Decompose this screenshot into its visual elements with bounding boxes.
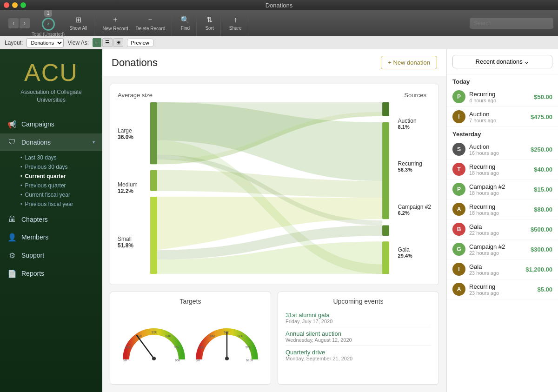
close-button[interactable] <box>4 2 9 8</box>
subnav-prev-quarter[interactable]: Previous quarter <box>20 181 102 190</box>
section-label-yesterday: Yesterday <box>447 127 558 140</box>
show-all-button[interactable]: ⊞ Show All <box>66 13 90 33</box>
view-as-label: View As: <box>67 40 89 46</box>
subnav-prev-30[interactable]: Previous 30 days <box>20 162 102 172</box>
event-name: Annual silent auction <box>286 330 431 337</box>
donation-item[interactable]: G Campaign #2 22 hours ago $300.00 <box>447 239 558 259</box>
donation-amount: $475.00 <box>531 113 552 120</box>
recent-donations-dropdown[interactable]: Recent donations ⌄ <box>452 55 552 68</box>
donation-type: Recurring <box>469 163 530 170</box>
donations-label: Donations <box>21 139 88 146</box>
donation-item[interactable]: A Recurring 23 hours ago $5.00 <box>447 279 558 299</box>
sidebar-item-members[interactable]: 👤 Members <box>0 228 102 246</box>
right-panel: Recent donations ⌄ Today P Recurring 4 h… <box>446 49 558 392</box>
show-all-icon: ⊞ <box>75 15 81 24</box>
donation-avatar: B <box>452 223 465 236</box>
right-panel-header: Recent donations ⌄ <box>447 49 558 74</box>
table-view-button[interactable]: ⊞ <box>113 38 123 47</box>
donation-item[interactable]: I Gala 23 hours ago $1,200.00 <box>447 259 558 279</box>
sankey-label-gala: Gala 29.4% <box>398 246 431 259</box>
donation-item[interactable]: P Recurring 4 hours ago $50.00 <box>447 87 558 107</box>
new-donation-button[interactable]: + New donation <box>381 56 437 69</box>
svg-text:$8k: $8k <box>238 334 243 338</box>
back-arrow[interactable]: ‹ <box>8 18 19 28</box>
content-body: Average size Sources Large 36.0% Medium … <box>102 76 446 392</box>
svg-text:$9k: $9k <box>246 345 251 349</box>
form-view-button[interactable]: ≡ <box>93 38 101 47</box>
section-label-today: Today <box>447 74 558 87</box>
campaigns-label: Campaigns <box>21 120 95 128</box>
donation-type: Campaign #2 <box>469 243 527 250</box>
donation-avatar: I <box>452 110 465 123</box>
delete-record-icon: － <box>146 15 154 25</box>
event-item[interactable]: Annual silent auction Wednesday, August … <box>286 327 431 346</box>
event-date: Wednesday, August 12, 2020 <box>286 337 431 343</box>
svg-rect-0 <box>150 102 157 164</box>
sort-button[interactable]: ⇅ Sort <box>202 13 216 33</box>
list-view-button[interactable]: ☰ <box>102 38 113 47</box>
sidebar-item-donations[interactable]: 🛡 Donations ▾ <box>0 133 102 151</box>
find-label: Find <box>181 26 190 31</box>
sidebar-item-reports[interactable]: 📄 Reports <box>0 265 102 283</box>
sankey-left-title: Average size <box>118 92 153 99</box>
maximize-button[interactable] <box>20 2 26 8</box>
preview-button[interactable]: Preview <box>127 39 153 47</box>
sidebar-nav: 📢 Campaigns 🛡 Donations ▾ Last 30 days P… <box>0 112 102 392</box>
donation-info: Recurring 18 hours ago <box>469 163 530 176</box>
minimize-button[interactable] <box>12 2 18 8</box>
gauges-row: $0 $1k $2k $3k $4k $5k $6k <box>118 309 263 376</box>
subnav-current-fiscal[interactable]: Current fiscal year <box>20 190 102 199</box>
layout-bar: Layout: Donations View As: ≡ ☰ ⊞ Preview <box>0 36 558 49</box>
svg-text:$4k: $4k <box>210 334 215 338</box>
donation-amount: $500.00 <box>531 226 552 233</box>
donation-avatar: A <box>452 203 465 216</box>
subnav-prev-fiscal[interactable]: Previous fiscal year <box>20 199 102 209</box>
donation-item[interactable]: P Campaign #2 18 hours ago $15.00 <box>447 179 558 199</box>
event-item[interactable]: Quarterly drive Monday, September 21, 20… <box>286 346 431 364</box>
new-record-button[interactable]: ＋ New Record <box>100 13 131 33</box>
donation-item[interactable]: B Gala 22 hours ago $500.00 <box>447 219 558 239</box>
toolbar: ‹ › 1 2 Total (Unsorted) ⊞ Show All ＋ Ne… <box>0 10 558 36</box>
donation-info: Campaign #2 18 hours ago <box>469 183 530 196</box>
sidebar-item-chapters[interactable]: 🏛 Chapters <box>0 211 102 228</box>
delete-record-button[interactable]: － Delete Record <box>133 13 168 33</box>
donation-amount: $80.00 <box>534 206 552 213</box>
forward-arrow[interactable]: › <box>20 18 30 28</box>
donation-info: Recurring 23 hours ago <box>469 283 533 296</box>
donation-time: 22 hours ago <box>469 250 527 256</box>
sidebar: ACU Association of Collegiate Universiti… <box>0 49 102 392</box>
find-button[interactable]: 🔍 Find <box>178 13 193 33</box>
donation-time: 18 hours ago <box>469 190 530 196</box>
event-item[interactable]: 31st alumni gala Friday, July 17, 2020 <box>286 309 431 327</box>
subnav-current-quarter[interactable]: Current quarter <box>20 172 102 181</box>
event-date: Monday, September 21, 2020 <box>286 356 431 361</box>
share-button[interactable]: ↑ Share <box>226 14 245 33</box>
total-label: Total (Unsorted) <box>32 32 65 37</box>
donation-info: Recurring 4 hours ago <box>469 91 530 103</box>
subnav-last-30[interactable]: Last 30 days <box>20 153 102 162</box>
new-record-icon: ＋ <box>112 15 119 25</box>
share-label: Share <box>229 26 242 31</box>
sort-group: ⇅ Sort <box>199 10 220 36</box>
donation-avatar: P <box>452 90 465 103</box>
donation-item[interactable]: I Auction 7 hours ago $475.00 <box>447 107 558 127</box>
donation-type: Auction <box>469 111 527 118</box>
targets-title: Targets <box>118 298 263 305</box>
donation-info: Gala 23 hours ago <box>469 263 522 276</box>
search-input[interactable] <box>470 18 553 29</box>
sankey-label-small: Small 51.8% <box>118 236 150 249</box>
sidebar-item-campaigns[interactable]: 📢 Campaigns <box>0 115 102 133</box>
donation-item[interactable]: A Recurring 18 hours ago $80.00 <box>447 199 558 219</box>
donation-item[interactable]: S Auction 16 hours ago $250.00 <box>447 140 558 159</box>
org-name: Association of Collegiate Universities <box>7 88 95 104</box>
donation-item[interactable]: T Recurring 18 hours ago $40.00 <box>447 159 558 179</box>
donation-type: Gala <box>469 263 522 270</box>
sidebar-item-support[interactable]: ⚙ Support <box>0 246 102 265</box>
donation-time: 22 hours ago <box>469 230 527 236</box>
layout-select[interactable]: Donations <box>27 38 64 47</box>
donations-expand-icon: ▾ <box>93 140 95 145</box>
donation-feed: Today P Recurring 4 hours ago $50.00 I A… <box>447 74 558 392</box>
donation-time: 16 hours ago <box>469 150 527 156</box>
targets-card: Targets <box>110 292 271 385</box>
sankey-chart-card: Average size Sources Large 36.0% Medium … <box>110 84 439 285</box>
